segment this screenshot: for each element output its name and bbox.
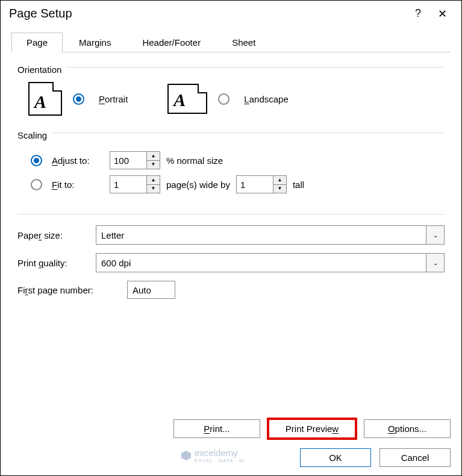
adjust-to-radio[interactable] <box>31 155 42 166</box>
spin-up-icon[interactable]: ▲ <box>273 176 286 185</box>
adjust-to-suffix: % normal size <box>166 155 223 166</box>
print-quality-input[interactable] <box>96 254 426 272</box>
fit-mid-label: page(s) wide by <box>166 180 230 190</box>
fit-tall-spinner[interactable]: ▲▼ <box>236 175 287 193</box>
adjust-to-input[interactable] <box>110 152 146 169</box>
chevron-down-icon[interactable]: ⌄ <box>426 254 444 272</box>
scaling-group-header: Scaling <box>17 127 445 143</box>
dialog-title: Page Setup <box>9 7 406 20</box>
orientation-label: Orientation <box>17 64 61 75</box>
action-buttons-row: Print... Print Preview Options... <box>173 419 451 438</box>
fit-wide-spinner[interactable]: ▲▼ <box>110 175 160 193</box>
paper-size-combo[interactable]: ⌄ <box>96 225 445 245</box>
portrait-radio[interactable] <box>73 93 84 105</box>
fit-tall-suffix: tall <box>293 180 304 190</box>
cancel-button[interactable]: Cancel <box>379 448 451 467</box>
first-page-row: First page number: <box>17 281 445 299</box>
tab-header-footer[interactable]: Header/Footer <box>127 33 216 52</box>
watermark-brand: exceldemy <box>195 448 238 458</box>
fit-tall-input[interactable] <box>237 176 273 193</box>
fit-to-radio[interactable] <box>31 179 42 190</box>
spin-up-icon[interactable]: ▲ <box>147 152 160 161</box>
chevron-down-icon[interactable]: ⌄ <box>426 226 444 244</box>
orientation-row: Portrait Landscape <box>17 77 445 127</box>
print-preview-button[interactable]: Print Preview <box>269 419 355 438</box>
close-button[interactable]: ✕ <box>430 7 454 20</box>
divider <box>52 133 445 133</box>
paper-size-label: Paper size: <box>17 230 89 240</box>
landscape-radio[interactable] <box>218 93 229 105</box>
tab-strip: Page Margins Header/Footer Sheet <box>1 25 461 52</box>
fit-to-label: Fit to: <box>52 180 104 190</box>
scaling-label: Scaling <box>17 130 47 140</box>
tab-panel: Orientation Portrait Landscape Scaling A… <box>11 52 451 299</box>
landscape-icon <box>167 84 207 114</box>
watermark-sub: EXCEL · DATA · BI <box>195 458 245 463</box>
print-quality-row: Print quality: ⌄ <box>17 253 445 272</box>
spin-down-icon[interactable]: ▼ <box>147 161 160 169</box>
portrait-icon <box>28 82 62 116</box>
spin-up-icon[interactable]: ▲ <box>147 176 160 185</box>
print-quality-combo[interactable]: ⌄ <box>96 253 445 272</box>
divider <box>17 214 445 215</box>
print-button[interactable]: Print... <box>173 419 260 438</box>
titlebar: Page Setup ? ✕ <box>1 1 461 25</box>
spin-down-icon[interactable]: ▼ <box>147 185 160 193</box>
cube-icon <box>181 451 191 460</box>
first-page-label: First page number: <box>17 285 120 295</box>
help-button[interactable]: ? <box>406 7 430 20</box>
print-quality-label: Print quality: <box>17 258 89 268</box>
spin-down-icon[interactable]: ▼ <box>273 185 286 193</box>
tab-page[interactable]: Page <box>11 33 63 52</box>
fit-wide-input[interactable] <box>110 176 146 193</box>
tab-margins[interactable]: Margins <box>64 33 126 52</box>
paper-size-input[interactable] <box>96 226 426 244</box>
ok-button[interactable]: OK <box>300 448 371 467</box>
first-page-input[interactable] <box>127 281 175 299</box>
portrait-label: Portrait <box>99 94 128 104</box>
adjust-to-label: Adjust to: <box>52 155 104 166</box>
landscape-label: Landscape <box>244 94 288 104</box>
dialog-buttons-row: OK Cancel <box>300 448 451 467</box>
orientation-group-header: Orientation <box>17 61 445 77</box>
options-button[interactable]: Options... <box>364 419 451 438</box>
watermark: exceldemy EXCEL · DATA · BI <box>181 448 245 463</box>
paper-size-row: Paper size: ⌄ <box>17 225 445 245</box>
adjust-to-spinner[interactable]: ▲▼ <box>110 151 160 169</box>
divider <box>66 67 445 67</box>
tab-sheet[interactable]: Sheet <box>217 33 270 52</box>
scaling-group: Adjust to: ▲▼ % normal size Fit to: ▲▼ p… <box>17 143 445 208</box>
